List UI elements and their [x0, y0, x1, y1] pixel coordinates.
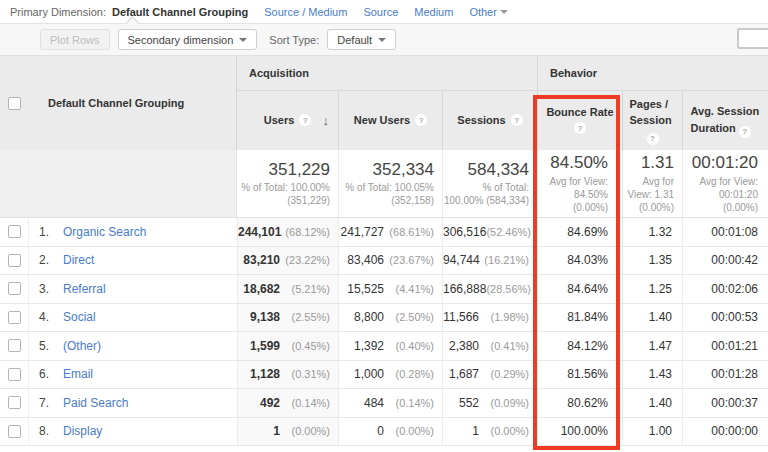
- table-row: 1.Organic Search 244,101(68.12%) 241,727…: [0, 218, 768, 247]
- dimension-link-source[interactable]: Source: [363, 6, 398, 18]
- help-icon[interactable]: ?: [574, 122, 586, 134]
- metric-group-row: Acquisition Behavior: [237, 56, 768, 91]
- help-icon[interactable]: ?: [415, 114, 427, 126]
- channel-link[interactable]: Paid Search: [63, 396, 128, 410]
- new-users-value: 241,727: [339, 225, 384, 239]
- sessions-pct: (28.56%): [486, 283, 531, 295]
- chevron-down-icon: [500, 10, 508, 14]
- channel-link[interactable]: (Other): [63, 339, 101, 353]
- primary-dimension-bar: Primary Dimension: Default Channel Group…: [0, 0, 768, 23]
- metric-headers: Acquisition Behavior Users ? ↓ New Users…: [237, 56, 768, 150]
- total-avg-session-duration-subtext: Avg for View: 00:01:20 (0.00%): [683, 175, 758, 214]
- select-all-checkbox[interactable]: [8, 97, 21, 110]
- bounce-rate-value: 80.62%: [538, 396, 608, 410]
- metric-subheader-row: Users ? ↓ New Users ? Sessions ?: [237, 91, 768, 150]
- sessions-pct: (0.09%): [479, 397, 529, 409]
- sessions-pct: (0.41%): [479, 340, 529, 352]
- avg-session-duration-value: 00:01:21: [683, 339, 758, 353]
- chevron-down-icon: [239, 38, 247, 42]
- users-header-label: Users: [264, 114, 295, 126]
- new-users-pct: (0.14%): [384, 397, 434, 409]
- bounce-rate-header-label: Bounce Rate: [546, 106, 613, 118]
- users-pct: (0.31%): [280, 368, 330, 380]
- plot-rows-button[interactable]: Plot Rows: [40, 29, 110, 50]
- column-header-avg-session-duration[interactable]: Avg. Session Duration?: [682, 91, 768, 150]
- avg-session-duration-value: 00:00:53: [683, 310, 758, 324]
- sessions-value: 1,687: [443, 367, 479, 381]
- row-number: 3.: [39, 282, 63, 296]
- column-header-new-users[interactable]: New Users ?: [338, 91, 442, 150]
- channel-link[interactable]: Referral: [63, 282, 106, 296]
- channel-link[interactable]: Organic Search: [63, 225, 146, 239]
- total-users-subtext: % of Total: 100.00% (351,229): [237, 181, 330, 207]
- total-new-users: 352,334 % of Total: 100.05% (352,158): [338, 150, 442, 217]
- row-checkbox[interactable]: [8, 339, 21, 352]
- dimension-link-other[interactable]: Other: [469, 6, 497, 18]
- users-value: 244,101: [238, 225, 281, 239]
- dimension-link-medium[interactable]: Medium: [414, 6, 453, 18]
- users-value: 18,682: [238, 282, 280, 296]
- sessions-pct: (16.21%): [480, 254, 529, 266]
- help-icon[interactable]: ?: [299, 114, 311, 126]
- row-checkbox[interactable]: [8, 225, 21, 238]
- sort-descending-icon: ↓: [323, 113, 330, 128]
- total-avg-session-duration-value: 00:01:20: [692, 153, 758, 173]
- column-header-pages-session[interactable]: Pages / Session ?: [622, 91, 682, 150]
- row-checkbox[interactable]: [8, 425, 21, 438]
- help-icon[interactable]: ?: [739, 126, 751, 138]
- new-users-pct: (2.50%): [384, 311, 434, 323]
- users-value: 1,599: [238, 339, 280, 353]
- table-search-input[interactable]: [737, 28, 768, 49]
- sort-type-dropdown[interactable]: Default: [327, 29, 396, 50]
- new-users-pct: (4.41%): [384, 283, 434, 295]
- dimension-link-source-medium[interactable]: Source / Medium: [264, 6, 347, 18]
- new-users-value: 0: [339, 424, 384, 438]
- dimension-column-header: Default Channel Grouping: [28, 97, 184, 109]
- chevron-down-icon: [378, 38, 386, 42]
- channel-link[interactable]: Display: [63, 424, 102, 438]
- column-header-sessions[interactable]: Sessions ?: [442, 91, 537, 150]
- users-value: 83,210: [238, 253, 280, 267]
- column-header-users[interactable]: Users ? ↓: [237, 91, 338, 150]
- table-header: Default Channel Grouping Acquisition Beh…: [0, 55, 768, 150]
- pages-session-value: 1.40: [623, 396, 672, 410]
- row-checkbox[interactable]: [8, 254, 21, 267]
- users-pct: (23.22%): [280, 254, 330, 266]
- row-checkbox[interactable]: [8, 396, 21, 409]
- total-new-users-value: 352,334: [373, 160, 434, 180]
- row-checkbox[interactable]: [8, 282, 21, 295]
- new-users-value: 1,392: [339, 339, 384, 353]
- avg-session-duration-value: 00:01:28: [683, 367, 758, 381]
- users-pct: (0.14%): [280, 397, 330, 409]
- table-row: 4.Social 9,138(2.55%) 8,800(2.50%) 11,56…: [0, 304, 768, 333]
- help-icon[interactable]: ?: [511, 114, 523, 126]
- users-pct: (0.00%): [280, 425, 330, 437]
- table-row: 8.Display 1(0.00%) 0(0.00%) 1(0.00%) 100…: [0, 418, 768, 447]
- total-sessions-subtext: % of Total: 100.00% (584,334): [443, 181, 529, 207]
- row-number: 7.: [39, 396, 63, 410]
- pages-session-value: 1.35: [623, 253, 672, 267]
- total-sessions-value: 584,334: [468, 160, 529, 180]
- bounce-rate-value: 81.56%: [538, 367, 608, 381]
- bounce-rate-value: 81.84%: [538, 310, 608, 324]
- help-icon[interactable]: ?: [647, 133, 659, 145]
- secondary-dimension-button[interactable]: Secondary dimension: [118, 29, 258, 50]
- avg-session-duration-value: 00:01:08: [683, 225, 758, 239]
- bounce-rate-value: 100.00%: [538, 424, 608, 438]
- column-header-bounce-rate[interactable]: Bounce Rate ?: [537, 91, 622, 150]
- users-value: 1: [238, 424, 280, 438]
- channel-link[interactable]: Email: [63, 367, 93, 381]
- new-users-value: 1,000: [339, 367, 384, 381]
- sort-type-label: Sort Type:: [269, 34, 319, 46]
- new-users-pct: (0.28%): [384, 368, 434, 380]
- table-row: 7.Paid Search 492(0.14%) 484(0.14%) 552(…: [0, 389, 768, 418]
- sort-type-value: Default: [337, 34, 372, 46]
- primary-dimension-label: Primary Dimension:: [10, 6, 106, 18]
- channel-link[interactable]: Social: [63, 310, 96, 324]
- channel-link[interactable]: Direct: [63, 253, 94, 267]
- row-checkbox[interactable]: [8, 311, 21, 324]
- group-header-behavior: Behavior: [537, 56, 768, 90]
- sessions-value: 166,888: [443, 282, 486, 296]
- row-checkbox[interactable]: [8, 368, 21, 381]
- secondary-dimension-label: Secondary dimension: [128, 34, 234, 46]
